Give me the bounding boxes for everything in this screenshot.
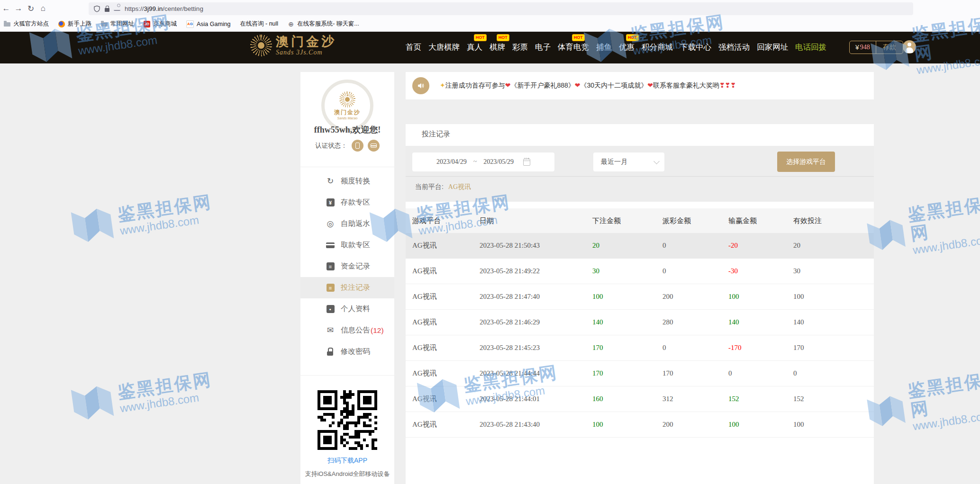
watermark-site: www.jhdb8.com bbox=[119, 211, 215, 238]
folder-icon bbox=[4, 22, 10, 27]
sidebar-item-withdraw[interactable]: 取款专区 bbox=[300, 234, 394, 256]
cell-winloss: 0 bbox=[728, 369, 793, 377]
chevron-down-icon bbox=[653, 158, 660, 164]
nav-item-4[interactable]: 彩票 bbox=[512, 42, 528, 53]
watermark: 鉴黑担保网www.jhdb8.com bbox=[69, 189, 215, 248]
bookmark-0[interactable]: 火狐官方站点 bbox=[4, 20, 49, 28]
bank-card-verified-icon[interactable] bbox=[368, 140, 380, 152]
nav-item-6[interactable]: 体育电竞HOT bbox=[558, 42, 589, 53]
ag-icon: AG bbox=[186, 20, 194, 28]
cell-bet: 140 bbox=[592, 318, 662, 326]
sidebar-item-label: 额度转换 bbox=[341, 176, 370, 186]
nav-item-11[interactable]: 强档活动 bbox=[718, 42, 750, 53]
forward-icon[interactable]: → bbox=[12, 4, 25, 13]
table-header: 游戏平台日期下注金额派彩金额输赢金额有效投注 bbox=[406, 208, 874, 233]
site-logo[interactable]: 澳门金沙 Sands 3Js.Com bbox=[250, 35, 336, 56]
cell-valid: 30 bbox=[793, 267, 874, 275]
range-selected-value: 最近一月 bbox=[601, 158, 627, 166]
deposit-button[interactable]: 存款 bbox=[876, 41, 903, 54]
reload-icon[interactable]: ↻ bbox=[25, 4, 37, 14]
nav-item-8[interactable]: 优惠HOT bbox=[619, 42, 635, 53]
balance-pill[interactable]: ¥ 948 存款 bbox=[849, 41, 903, 54]
hot-badge: HOT bbox=[474, 34, 487, 41]
bookmark-3[interactable]: JD京东商城 bbox=[144, 20, 177, 28]
nav-item-12[interactable]: 回家网址 bbox=[757, 42, 788, 53]
profile-icon: ▪ bbox=[326, 305, 335, 314]
sidebar-item-label: 修改密码 bbox=[341, 347, 370, 357]
bookmark-6[interactable]: ⊕在线客服系统- 聊天窗... bbox=[288, 20, 359, 28]
nav-item-0[interactable]: 首页 bbox=[406, 42, 421, 53]
tracking-shield-icon[interactable] bbox=[93, 5, 100, 13]
bookmarks-bar: 火狐官方站点新手上路常用网址JD京东商城AGAsia Gaming在线咨询 - … bbox=[0, 17, 980, 31]
nav-item-13[interactable]: 电话回拨 bbox=[795, 42, 826, 53]
watermark-brand: 鉴黑担保网 bbox=[117, 192, 213, 224]
sidebar-item-profile[interactable]: ▪个人资料 bbox=[300, 298, 394, 320]
column-header: 日期 bbox=[480, 216, 592, 225]
url-bar[interactable]: https://3j99.in/center/betting bbox=[89, 2, 913, 15]
nav-item-3[interactable]: 棋牌HOT bbox=[490, 42, 505, 53]
bookmark-4[interactable]: AGAsia Gaming bbox=[186, 20, 231, 28]
bookmark-1[interactable]: 新手上路 bbox=[58, 20, 91, 28]
choose-platform-button[interactable]: 选择游戏平台 bbox=[777, 152, 835, 172]
cell-payout: 312 bbox=[662, 395, 728, 403]
nav-item-1[interactable]: 大唐棋牌 bbox=[428, 42, 460, 53]
bookmark-2[interactable]: 常用网址 bbox=[101, 20, 134, 28]
bookmark-5[interactable]: 在线咨询 - null bbox=[240, 20, 279, 28]
logo-title: 澳门金沙 bbox=[276, 36, 336, 48]
watermark-site: www.jhdb8.com bbox=[119, 389, 215, 415]
sidebar-item-exchange[interactable]: ↻额度转换 bbox=[300, 170, 394, 192]
lock-icon[interactable] bbox=[105, 8, 109, 12]
sidebar-item-message[interactable]: ✉信息公告(12) bbox=[300, 320, 394, 341]
sidebar-item-deposit[interactable]: ¥存款专区 bbox=[300, 192, 394, 213]
current-platform-label: 当前平台: bbox=[415, 183, 444, 190]
announcement-part: 《30天内十二项成就》 bbox=[581, 81, 648, 89]
watermark-site: www.jhdb8.com bbox=[912, 232, 980, 257]
betting-records-card: 投注记录 2023/04/29 ~ 2023/05/29 最近一月 选择游戏平台… bbox=[406, 124, 874, 484]
permissions-icon[interactable] bbox=[114, 6, 120, 11]
globe-icon: ⊕ bbox=[288, 21, 294, 27]
watermark-site: www.jhdb8.com bbox=[912, 408, 980, 433]
cell-bet: 30 bbox=[592, 267, 662, 275]
range-select[interactable]: 最近一月 bbox=[593, 152, 664, 171]
qr-caption-link[interactable]: 扫码下载APP bbox=[300, 457, 394, 465]
cell-valid: 170 bbox=[793, 344, 874, 352]
column-header: 有效投注 bbox=[793, 216, 874, 225]
sidebar-item-password[interactable]: 修改密码 bbox=[300, 341, 394, 362]
user-avatar[interactable] bbox=[903, 40, 916, 54]
auth-status-row: 认证状态： bbox=[300, 140, 394, 152]
betting-records-page: { "browser": { "url_prefix": "https://",… bbox=[0, 0, 980, 484]
sidebar-item-label: 存款专区 bbox=[341, 197, 370, 207]
cell-date: 2023-05-28 21:46:29 bbox=[480, 318, 592, 326]
nav-item-7[interactable]: 捕鱼 bbox=[596, 42, 612, 53]
sidebar-item-betting[interactable]: ≡投注记录 bbox=[300, 277, 394, 298]
hot-badge: HOT bbox=[572, 34, 585, 41]
cell-valid: 100 bbox=[793, 293, 874, 301]
cell-payout: 170 bbox=[662, 369, 728, 377]
nav-item-5[interactable]: 电子 bbox=[535, 42, 551, 53]
sidebar-item-rebate[interactable]: ◎自助返水 bbox=[300, 213, 394, 234]
date-range-input[interactable]: 2023/04/29 ~ 2023/05/29 bbox=[412, 152, 554, 171]
table-row: AG视讯2023-05-28 21:47:40100200100100 bbox=[406, 284, 874, 310]
calendar-icon[interactable] bbox=[523, 159, 530, 166]
sidebar-item-funds[interactable]: ≡资金记录 bbox=[300, 256, 394, 277]
sidebar-logo-subtitle: Sands Macao bbox=[337, 117, 358, 120]
home-icon[interactable]: ⌂ bbox=[37, 4, 49, 13]
back-icon[interactable]: ← bbox=[0, 4, 12, 13]
sidebar-item-label: 取款专区 bbox=[341, 240, 370, 250]
cell-date: 2023-05-28 21:44:01 bbox=[480, 395, 592, 403]
nav-item-10[interactable]: 下载中心 bbox=[680, 42, 711, 53]
column-header: 输赢金额 bbox=[728, 216, 793, 225]
balance-value: 948 bbox=[860, 44, 876, 51]
sunburst-logo-icon bbox=[250, 35, 272, 56]
watermark-brand: 鉴黑担保网 bbox=[907, 370, 980, 420]
sidebar-item-label: 个人资料 bbox=[341, 304, 370, 314]
password-icon bbox=[326, 348, 335, 356]
url-text[interactable]: https://3j99.in/center/betting bbox=[125, 5, 203, 12]
column-header: 游戏平台 bbox=[412, 216, 480, 225]
nav-item-9[interactable]: 积分商城 bbox=[642, 42, 673, 53]
column-header: 下注金额 bbox=[592, 216, 662, 225]
phone-verified-icon[interactable] bbox=[352, 140, 363, 152]
nav-item-2[interactable]: 真人HOT bbox=[467, 42, 482, 53]
speaker-icon bbox=[412, 77, 429, 94]
watermark: 鉴黑担保网www.jhdb8.com bbox=[69, 367, 215, 425]
